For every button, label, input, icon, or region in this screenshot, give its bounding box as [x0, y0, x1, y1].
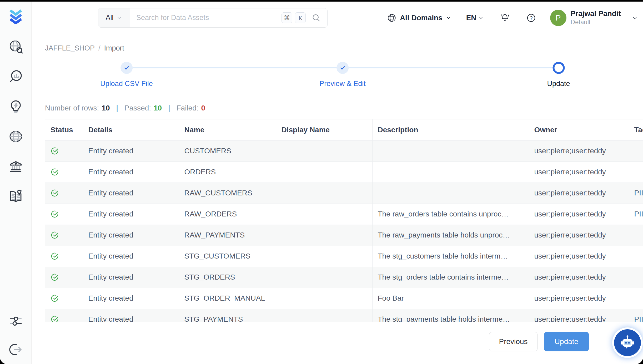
display-name-cell: [276, 140, 372, 161]
table-header-row: Status Details Name Display Name Descrip…: [45, 119, 643, 140]
discover-globe-search-icon[interactable]: [8, 39, 23, 54]
table-row: Entity created STG_ORDER_MANUAL Foo Bar …: [45, 288, 643, 309]
passed-value: 10: [154, 104, 162, 112]
help-icon: ?: [526, 13, 536, 23]
name-cell: STG_ORDER_MANUAL: [179, 288, 276, 309]
globe-icon: [387, 13, 397, 23]
search-input[interactable]: [129, 14, 282, 22]
name-cell: ORDERS: [179, 161, 276, 183]
step-upload-csv[interactable]: Upload CSV File: [100, 62, 153, 88]
owner-cell: user:pierre;user:teddy: [529, 183, 629, 204]
display-name-cell: [276, 225, 372, 246]
logout-icon[interactable]: [8, 342, 23, 357]
language-dropdown[interactable]: EN: [466, 14, 484, 22]
insights-magnifier-chart-icon[interactable]: [8, 69, 23, 84]
left-sidebar: [0, 2, 32, 364]
k-key-badge: K: [295, 12, 306, 23]
passed-label: Passed:: [124, 104, 151, 112]
stats-separator: |: [168, 104, 170, 112]
status-cell: [45, 204, 83, 225]
table-row: Entity created RAW_PAYMENTS The raw_paym…: [45, 225, 643, 246]
display-name-cell: [276, 288, 372, 309]
details-cell: Entity created: [83, 309, 179, 322]
breadcrumb: JAFFLE_SHOP / Import: [45, 44, 643, 52]
column-header-details: Details: [83, 119, 179, 140]
notifications-button[interactable]: [500, 13, 510, 23]
description-cell: The stg_orders table contains interme…: [372, 267, 529, 288]
column-header-display-name: Display Name: [276, 119, 372, 140]
name-cell: RAW_ORDERS: [179, 204, 276, 225]
description-cell: The raw_payments table holds unproc…: [372, 225, 529, 246]
help-button[interactable]: ?: [526, 13, 536, 23]
owner-cell: user:pierre;user:teddy: [529, 246, 629, 267]
status-cell: [45, 288, 83, 309]
display-name-cell: [276, 246, 372, 267]
table-row: Entity created ORDERS user:pierre;user:t…: [45, 161, 643, 183]
breadcrumb-parent[interactable]: JAFFLE_SHOP: [45, 44, 95, 52]
search-scope-dropdown[interactable]: All: [98, 8, 129, 27]
name-cell: RAW_CUSTOMERS: [179, 183, 276, 204]
table-row: Entity created STG_ORDERS The stg_orders…: [45, 267, 643, 288]
import-results-table: Status Details Name Display Name Descrip…: [45, 119, 643, 322]
step-current-circle-icon: [552, 62, 565, 74]
import-stats: Number of rows: 10 | Passed: 10 | Failed…: [45, 104, 643, 112]
glossary-book-icon[interactable]: [8, 189, 23, 204]
description-cell: [372, 140, 529, 161]
domains-dropdown[interactable]: All Domains: [387, 13, 451, 23]
column-header-description: Description: [372, 119, 529, 140]
name-cell: STG_PAYMENTS: [179, 309, 276, 322]
status-cell: [45, 161, 83, 183]
details-cell: Entity created: [83, 267, 179, 288]
success-check-icon: [51, 168, 59, 176]
sidebar-bottom: [8, 314, 23, 357]
topbar-right: All Domains EN: [387, 9, 643, 26]
tags-cell: [629, 225, 643, 246]
step-done-check-icon: [336, 62, 349, 74]
bell-icon: [500, 13, 510, 23]
failed-value: 0: [201, 104, 205, 112]
tags-cell: PII: [629, 183, 643, 204]
success-check-icon: [51, 231, 59, 239]
step-done-check-icon: [120, 62, 133, 74]
step-update[interactable]: Update: [547, 62, 570, 88]
column-header-tags: Tags: [629, 119, 643, 140]
details-cell: Entity created: [83, 140, 179, 161]
table-row: Entity created RAW_CUSTOMERS user:pierre…: [45, 183, 643, 204]
description-cell: [372, 183, 529, 204]
display-name-cell: [276, 183, 372, 204]
svg-text:?: ?: [530, 15, 533, 21]
atlan-logo[interactable]: [8, 8, 24, 24]
chatbot-button[interactable]: [614, 329, 641, 356]
lightbulb-bolt-icon[interactable]: [8, 99, 23, 114]
previous-button[interactable]: Previous: [489, 332, 537, 351]
success-check-icon: [51, 315, 59, 322]
import-stepper: Upload CSV File Preview & Edit Update: [45, 62, 640, 99]
success-check-icon: [51, 252, 59, 260]
governance-bank-icon[interactable]: [8, 159, 23, 174]
chevron-down-icon: [116, 15, 122, 21]
search-icon[interactable]: [312, 13, 321, 23]
user-menu[interactable]: P Prajwal Pandit Default: [550, 9, 638, 26]
update-button[interactable]: Update: [544, 332, 589, 351]
details-cell: Entity created: [83, 204, 179, 225]
display-name-cell: [276, 204, 372, 225]
details-cell: Entity created: [83, 288, 179, 309]
language-label: EN: [466, 14, 476, 22]
table-row: Entity created STG_PAYMENTS The stg_paym…: [45, 309, 643, 322]
tags-cell: [629, 161, 643, 183]
column-header-name: Name: [179, 119, 276, 140]
top-bar: All ⌘ K All Domains: [32, 2, 643, 34]
preferences-sliders-icon[interactable]: [8, 314, 23, 329]
name-cell: CUSTOMERS: [179, 140, 276, 161]
status-cell: [45, 309, 83, 322]
status-cell: [45, 225, 83, 246]
main-area: All ⌘ K All Domains: [32, 2, 643, 364]
description-cell: The stg_customers table holds interm…: [372, 246, 529, 267]
step-preview-edit[interactable]: Preview & Edit: [319, 62, 366, 88]
status-cell: [45, 246, 83, 267]
globe-icon[interactable]: [8, 129, 23, 144]
chevron-down-icon: [631, 14, 638, 21]
details-cell: Entity created: [83, 161, 179, 183]
table-row: Entity created RAW_ORDERS The raw_orders…: [45, 204, 643, 225]
user-meta: Prajwal Pandit Default: [571, 9, 621, 26]
